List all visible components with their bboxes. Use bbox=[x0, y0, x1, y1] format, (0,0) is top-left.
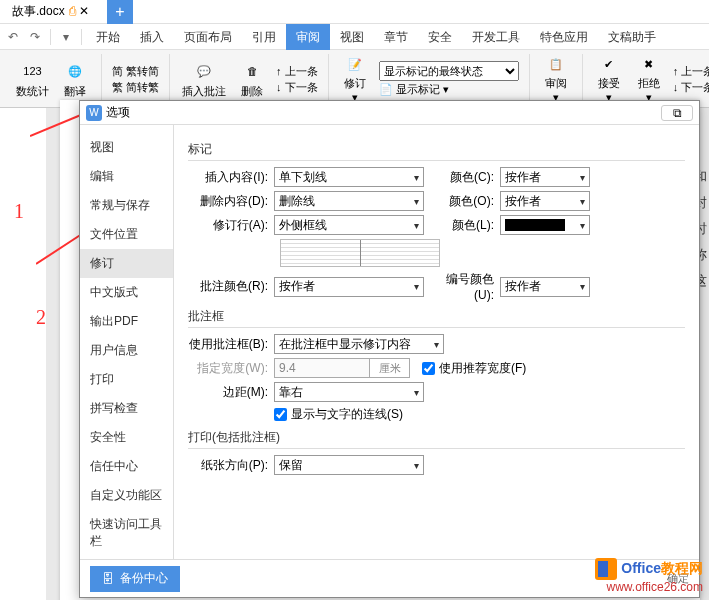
margin-label: 边距(M): bbox=[188, 384, 274, 401]
options-dialog: W 选项 ⧉ 视图 编辑 常规与保存 文件位置 修订 中文版式 输出PDF 用户… bbox=[79, 100, 700, 598]
color-c-select[interactable]: 按作者 bbox=[500, 167, 590, 187]
nav-general[interactable]: 常规与保存 bbox=[80, 191, 173, 220]
new-tab-button[interactable]: + bbox=[107, 0, 133, 24]
number-color-label: 编号颜色(U): bbox=[440, 271, 500, 302]
preview-box bbox=[280, 239, 440, 267]
width-spinner[interactable]: 厘米 bbox=[274, 358, 410, 378]
redo-button[interactable]: ↷ bbox=[24, 26, 46, 48]
print-section-header: 打印(包括批注框) bbox=[188, 429, 685, 446]
color-swatch bbox=[505, 219, 565, 231]
nav-cjk[interactable]: 中文版式 bbox=[80, 278, 173, 307]
tab-dev[interactable]: 开发工具 bbox=[462, 24, 530, 50]
paper-dir-select[interactable]: 保留 bbox=[274, 455, 424, 475]
show-lines-label: 显示与文字的连线(S) bbox=[291, 406, 403, 423]
nav-userinfo[interactable]: 用户信息 bbox=[80, 336, 173, 365]
rec-width-checkbox[interactable] bbox=[422, 362, 435, 375]
mark-section-header: 标记 bbox=[188, 141, 685, 158]
options-content: 标记 插入内容(I): 单下划线 颜色(C): 按作者 删除内容(D): 删除线… bbox=[174, 125, 699, 559]
revise-line-label: 修订行(A): bbox=[188, 217, 274, 234]
color-o-select[interactable]: 按作者 bbox=[500, 191, 590, 211]
color-l-label: 颜色(L): bbox=[440, 217, 500, 234]
nav-revision[interactable]: 修订 bbox=[80, 249, 173, 278]
watermark: Office教程网 www.office26.com bbox=[595, 558, 703, 594]
nav-print[interactable]: 打印 bbox=[80, 365, 173, 394]
office-icon bbox=[595, 558, 617, 580]
nav-trust[interactable]: 信任中心 bbox=[80, 452, 173, 481]
nav-qat[interactable]: 快速访问工具栏 bbox=[80, 510, 173, 556]
tab-start[interactable]: 开始 bbox=[86, 24, 130, 50]
revise-line-select[interactable]: 外侧框线 bbox=[274, 215, 424, 235]
rec-width-label: 使用推荐宽度(F) bbox=[439, 360, 526, 377]
tab-insert[interactable]: 插入 bbox=[130, 24, 174, 50]
insert-comment-button[interactable]: 💬插入批注 bbox=[176, 54, 232, 104]
color-c-label: 颜色(C): bbox=[440, 169, 500, 186]
comment-color-select[interactable]: 按作者 bbox=[274, 277, 424, 297]
nav-edit[interactable]: 编辑 bbox=[80, 162, 173, 191]
color-l-select[interactable] bbox=[500, 215, 590, 235]
show-lines-checkbox[interactable] bbox=[274, 408, 287, 421]
use-balloon-select[interactable]: 在批注框中显示修订内容 bbox=[274, 334, 444, 354]
width-unit: 厘米 bbox=[370, 358, 410, 378]
tab-ref[interactable]: 引用 bbox=[242, 24, 286, 50]
color-o-label: 颜色(O): bbox=[440, 193, 500, 210]
width-label: 指定宽度(W): bbox=[188, 360, 274, 377]
backup-center-button[interactable]: 🗄备份中心 bbox=[90, 566, 180, 592]
close-button[interactable]: ⧉ bbox=[661, 105, 693, 121]
translate-button[interactable]: 🌐翻译 bbox=[55, 54, 95, 104]
delete-select[interactable]: 删除线 bbox=[274, 191, 424, 211]
use-balloon-label: 使用批注框(B): bbox=[188, 336, 274, 353]
nav-comments[interactable]: ↑ 上一条 ↓ 下一条 bbox=[272, 63, 322, 95]
backup-icon: 🗄 bbox=[102, 572, 114, 586]
insert-label: 插入内容(I): bbox=[188, 169, 274, 186]
dialog-titlebar: W 选项 ⧉ bbox=[80, 101, 699, 125]
tab-chapter[interactable]: 章节 bbox=[374, 24, 418, 50]
display-mode-select[interactable]: 显示标记的最终状态 bbox=[379, 61, 519, 81]
title-bar: 故事.docx⎙ ✕ + bbox=[0, 0, 709, 24]
nav-customribbon[interactable]: 自定义功能区 bbox=[80, 481, 173, 510]
delete-comment-button[interactable]: 🗑删除 bbox=[232, 54, 272, 104]
doc-name: 故事.docx bbox=[12, 4, 65, 18]
options-nav: 视图 编辑 常规与保存 文件位置 修订 中文版式 输出PDF 用户信息 打印 拼… bbox=[80, 125, 174, 559]
delete-label: 删除内容(D): bbox=[188, 193, 274, 210]
comment-color-label: 批注颜色(R): bbox=[188, 278, 274, 295]
show-marks-button[interactable]: 📄 显示标记 ▾ bbox=[379, 81, 519, 97]
nav-pdf[interactable]: 输出PDF bbox=[80, 307, 173, 336]
dropdown-icon[interactable]: ▾ bbox=[55, 26, 77, 48]
width-input bbox=[274, 358, 370, 378]
paper-dir-label: 纸张方向(P): bbox=[188, 457, 274, 474]
tab-review[interactable]: 审阅 bbox=[286, 24, 330, 50]
menu-bar: ↶ ↷ ▾ 开始 插入 页面布局 引用 审阅 视图 章节 安全 开发工具 特色应… bbox=[0, 24, 709, 50]
word-count-button[interactable]: 123数统计 bbox=[10, 54, 55, 104]
convert-group[interactable]: 简 繁转简 繁 简转繁 bbox=[108, 63, 163, 95]
tab-layout[interactable]: 页面布局 bbox=[174, 24, 242, 50]
review-pane-button[interactable]: 📋审阅▾ bbox=[536, 54, 576, 104]
nav-changes[interactable]: ↑ 上一条 ↓ 下一条 bbox=[669, 63, 709, 95]
wps-icon: W bbox=[86, 105, 102, 121]
nav-view[interactable]: 视图 bbox=[80, 133, 173, 162]
margin-select[interactable]: 靠右 bbox=[274, 382, 424, 402]
reject-button[interactable]: ✖拒绝▾ bbox=[629, 54, 669, 104]
annotation-1: 1 bbox=[14, 200, 24, 223]
tab-assist[interactable]: 文稿助手 bbox=[598, 24, 666, 50]
nav-security[interactable]: 安全性 bbox=[80, 423, 173, 452]
annotation-2: 2 bbox=[36, 306, 46, 329]
accept-button[interactable]: ✔接受▾ bbox=[589, 54, 629, 104]
insert-select[interactable]: 单下划线 bbox=[274, 167, 424, 187]
number-color-select[interactable]: 按作者 bbox=[500, 277, 590, 297]
dialog-title: 选项 bbox=[106, 104, 130, 121]
tab-view[interactable]: 视图 bbox=[330, 24, 374, 50]
document-tab[interactable]: 故事.docx⎙ ✕ bbox=[0, 3, 101, 20]
nav-filelocation[interactable]: 文件位置 bbox=[80, 220, 173, 249]
undo-button[interactable]: ↶ bbox=[2, 26, 24, 48]
tab-security[interactable]: 安全 bbox=[418, 24, 462, 50]
tab-special[interactable]: 特色应用 bbox=[530, 24, 598, 50]
balloon-section-header: 批注框 bbox=[188, 308, 685, 325]
pin-icon[interactable]: ⎙ bbox=[69, 4, 76, 18]
nav-spell[interactable]: 拼写检查 bbox=[80, 394, 173, 423]
track-changes-button[interactable]: 📝修订▾ bbox=[335, 54, 375, 104]
